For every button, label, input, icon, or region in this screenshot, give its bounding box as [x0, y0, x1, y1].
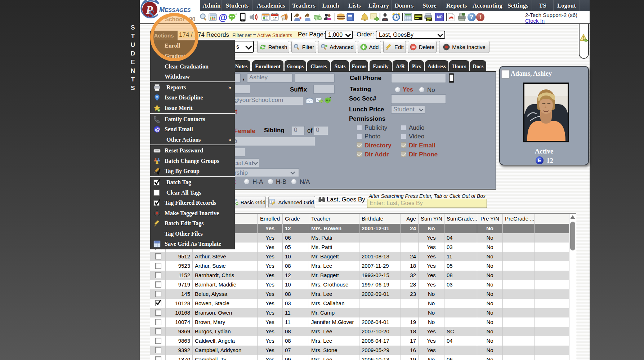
svg-text:MESSAGES: MESSAGES: [159, 6, 191, 13]
svg-text:S: S: [148, 8, 155, 21]
svg-text:@: @: [155, 126, 160, 132]
svg-text:17: 17: [273, 17, 277, 20]
